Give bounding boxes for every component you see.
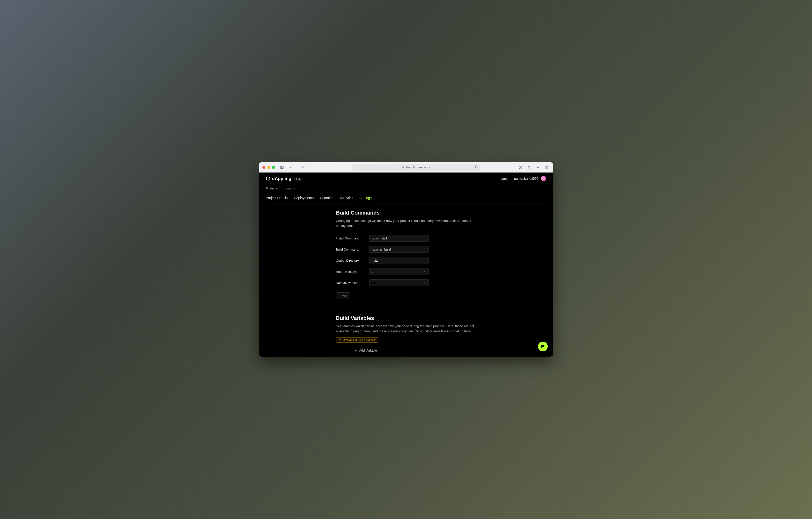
- tab-analytics[interactable]: Analytics: [340, 194, 353, 203]
- row-output-directory: Output Directory:: [336, 257, 476, 264]
- build-command-input[interactable]: [369, 246, 429, 253]
- build-commands-desc: Changing these settings will affect how …: [336, 218, 476, 228]
- nodejs-version-value: 18: [372, 281, 375, 285]
- chevron-down-icon[interactable]: [288, 164, 294, 170]
- avatar: [541, 176, 546, 181]
- section-divider: [336, 308, 476, 308]
- breadcrumb-root[interactable]: Projects: [266, 186, 277, 190]
- build-commands-title: Build Commands: [336, 210, 476, 216]
- build-only-pill: Available during build only: [336, 337, 378, 343]
- tab-deployments[interactable]: Deployments: [294, 194, 314, 203]
- add-variable-label: Add Variable: [359, 349, 377, 352]
- save-button[interactable]: Save: [336, 293, 350, 299]
- address-bar[interactable]: dappling.network: [352, 164, 480, 171]
- svg-rect-0: [281, 166, 283, 169]
- brand-icon: [266, 176, 270, 181]
- browser-window: dappling.network: [259, 162, 553, 357]
- app-header: dAppling Beta Docs namaskar-1f650: [259, 173, 553, 184]
- tab-overview-icon[interactable]: [543, 164, 550, 170]
- downloads-icon[interactable]: [517, 164, 524, 170]
- back-button[interactable]: [300, 164, 306, 170]
- tab-settings[interactable]: Settings: [359, 194, 372, 203]
- page-inner: Projects / thoughts Project Details Depl…: [259, 184, 553, 354]
- username: namaskar-1f650: [514, 177, 539, 181]
- new-tab-icon[interactable]: [534, 164, 541, 170]
- header-right: Docs namaskar-1f650: [501, 176, 546, 181]
- label-build-command: Build Command:: [336, 248, 365, 251]
- row-build-command: Build Command:: [336, 246, 476, 253]
- tab-project-details[interactable]: Project Details: [266, 194, 288, 203]
- browser-chrome: dappling.network: [259, 162, 553, 173]
- build-variables-title: Build Variables: [336, 315, 476, 322]
- breadcrumb: Projects / thoughts: [266, 184, 546, 194]
- sidebar-toggle-icon[interactable]: [279, 164, 285, 170]
- row-install-command: Install Command:: [336, 235, 476, 242]
- minimize-window-button[interactable]: [267, 166, 270, 169]
- row-root-directory: Root Directory: .: [336, 268, 476, 275]
- label-output-directory: Output Directory:: [336, 259, 365, 263]
- url-host: dappling.network: [406, 165, 430, 169]
- build-only-pill-label: Available during build only: [343, 338, 376, 341]
- chevron-down-icon: [423, 270, 426, 274]
- chrome-right: [517, 164, 550, 170]
- svg-rect-7: [545, 166, 547, 168]
- settings-content: Build Commands Changing these settings w…: [336, 204, 476, 354]
- brand-logo[interactable]: dAppling: [266, 176, 291, 181]
- package-icon: [339, 338, 342, 341]
- brand-name: dAppling: [272, 176, 291, 181]
- reload-icon[interactable]: [475, 165, 478, 170]
- install-command-input[interactable]: [369, 235, 429, 242]
- tabs: Project Details Deployments Domains Anal…: [266, 194, 546, 204]
- label-install-command: Install Command:: [336, 237, 365, 240]
- window-controls: [262, 166, 275, 169]
- root-directory-select[interactable]: .: [369, 268, 429, 275]
- row-nodejs-version: NodeJS Version: 18: [336, 279, 476, 286]
- chat-icon: [541, 344, 545, 349]
- share-icon[interactable]: [526, 164, 532, 170]
- address-bar-wrap: dappling.network: [317, 164, 515, 171]
- chevron-down-icon: [423, 281, 426, 285]
- zoom-window-button[interactable]: [272, 166, 275, 169]
- docs-link[interactable]: Docs: [501, 177, 508, 181]
- build-commands-form: Install Command: Build Command: Output D…: [336, 235, 476, 299]
- plus-icon: [354, 349, 357, 352]
- divider: [297, 165, 297, 170]
- lock-icon: [402, 165, 405, 169]
- forward-button[interactable]: [309, 164, 315, 170]
- build-variables-desc: Set variables which can be accessed by y…: [336, 324, 476, 334]
- output-directory-input[interactable]: [369, 257, 429, 264]
- nodejs-version-select[interactable]: 18: [369, 279, 429, 286]
- breadcrumb-current: thoughts: [283, 186, 295, 190]
- user-menu[interactable]: namaskar-1f650: [514, 176, 546, 181]
- label-nodejs-version: NodeJS Version:: [336, 281, 365, 285]
- breadcrumb-sep: /: [280, 186, 281, 190]
- app: dAppling Beta Docs namaskar-1f650 Projec…: [259, 173, 553, 357]
- brand: dAppling Beta: [266, 176, 303, 181]
- add-variable-button[interactable]: Add Variable: [336, 347, 395, 354]
- close-window-button[interactable]: [262, 166, 265, 169]
- help-chat-button[interactable]: [538, 342, 548, 351]
- label-root-directory: Root Directory:: [336, 270, 365, 274]
- svg-rect-6: [546, 166, 548, 169]
- tab-domains[interactable]: Domains: [320, 194, 333, 203]
- root-directory-value: .: [372, 270, 373, 274]
- beta-badge: Beta: [294, 177, 303, 181]
